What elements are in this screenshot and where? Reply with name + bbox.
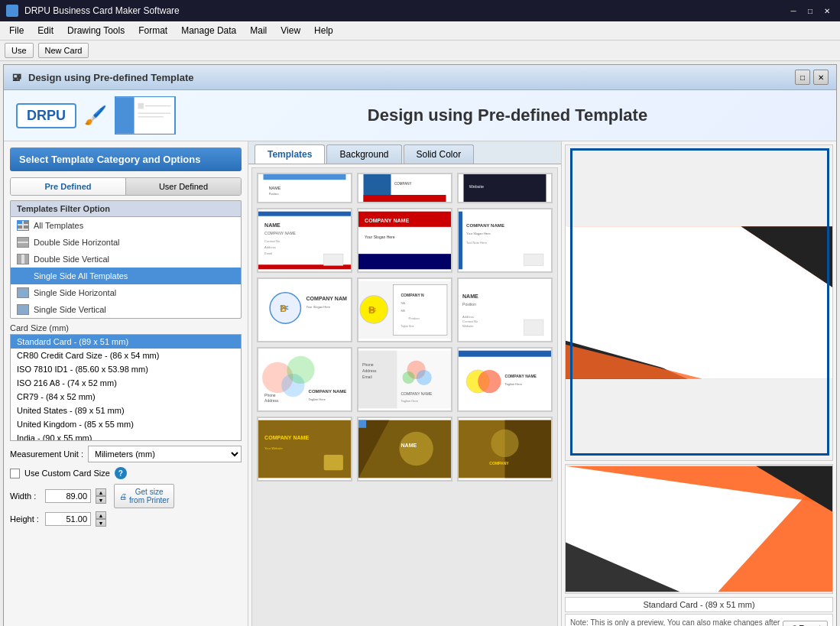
template-card-r5c1[interactable]: COMPANY NAME Your Website [257, 417, 352, 482]
filter-sh-label: Single Side Horizontal [34, 288, 116, 297]
dialog-restore-button[interactable]: □ [795, 70, 810, 85]
dialog-heading: Design using Pre-defined Template [176, 105, 824, 125]
svg-text:Website: Website [469, 184, 484, 189]
filter-header: Templates Filter Option [10, 200, 242, 216]
toolbar: Use New Card [0, 41, 840, 61]
paintbrush-icon: 🖌️ [84, 105, 107, 126]
filter-double-horiz[interactable]: Double Side Horizontal [11, 234, 241, 251]
size-item-cr79[interactable]: CR79 - (84 x 52 mm) [11, 390, 241, 404]
filter-all-templates[interactable]: All Templates [11, 217, 241, 234]
svg-rect-19 [264, 174, 346, 180]
template-card-r3c1[interactable]: ✂ B COMPANY NAM Your Slogan Here [257, 277, 352, 342]
template-card-r2c1[interactable]: NAME COMPANY NAME Contact No Address Ema… [257, 208, 352, 273]
svg-rect-17 [18, 305, 28, 314]
left-panel: Select Template Category and Options Pre… [4, 141, 248, 626]
select-header: Select Template Category and Options [10, 148, 242, 171]
menu-drawing-tools[interactable]: Drawing Tools [61, 23, 131, 38]
dialog-title-text: Design using Pre-defined Template [28, 72, 193, 83]
size-item-india[interactable]: India - (90 x 55 mm) [11, 431, 241, 441]
filter-dh-label: Double Side Horizontal [34, 238, 120, 247]
height-down[interactable]: ▼ [96, 519, 106, 527]
new-card-button[interactable]: New Card [38, 43, 89, 58]
svg-rect-24 [364, 195, 446, 202]
svg-text:Position: Position [409, 316, 420, 320]
menu-file[interactable]: File [3, 23, 30, 38]
svg-text:Your Website: Your Website [264, 446, 283, 450]
size-item-standard[interactable]: Standard Card - (89 x 51 mm) [11, 335, 241, 349]
width-input[interactable] [45, 489, 91, 503]
size-list[interactable]: Standard Card - (89 x 51 mm) CR80 Credit… [10, 334, 242, 441]
template-card-r5c2[interactable]: NAME [357, 417, 452, 482]
svg-text:Contact No: Contact No [462, 319, 478, 323]
tab-userdefined[interactable]: User Defined [126, 178, 241, 195]
size-item-uk[interactable]: United Kingdom - (85 x 55 mm) [11, 417, 241, 431]
template-card-r5c3[interactable]: COMPANY [457, 417, 553, 482]
size-item-id1[interactable]: ISO 7810 ID1 - (85.60 x 53.98 mm) [11, 362, 241, 376]
height-input[interactable] [45, 512, 91, 526]
help-tooltip-icon[interactable]: ? [115, 467, 127, 479]
menu-edit[interactable]: Edit [31, 23, 60, 38]
height-up[interactable]: ▲ [96, 511, 106, 519]
size-item-us[interactable]: United States - (89 x 51 mm) [11, 404, 241, 417]
width-down[interactable]: ▼ [96, 496, 106, 504]
tab-templates[interactable]: Templates [255, 144, 325, 164]
filter-single-all[interactable]: Single Side All Templates [11, 268, 241, 284]
menu-view[interactable]: View [274, 23, 306, 38]
tab-predefined[interactable]: Pre Defined [11, 178, 126, 195]
width-row: Width : ▲ ▼ 🖨 Get sizefrom Printer [10, 484, 242, 508]
size-item-a8[interactable]: ISO 216 A8 - (74 x 52 mm) [11, 376, 241, 390]
filter-double-vert[interactable]: Double Side Vertical [11, 251, 241, 268]
menu-mail[interactable]: Mail [244, 23, 273, 38]
preview-panel: Standard Card - (89 x 51 mm) Note: This … [561, 141, 836, 626]
svg-text:COMPANY NAME: COMPANY NAME [264, 435, 309, 440]
template-card-r1c2[interactable]: COMPANY [357, 173, 452, 203]
template-card-r2c3[interactable]: COMPANY NAME Your Slogan Here Tool Note … [457, 208, 553, 273]
menu-format[interactable]: Format [132, 23, 174, 38]
menu-help[interactable]: Help [308, 23, 339, 38]
template-card-r2c2[interactable]: COMPANY NAME Your Slogan Here [357, 208, 452, 273]
template-card-r4c1[interactable]: Phone Address COMPANY NAME Tagline Here [257, 347, 352, 412]
svg-text:Your Slogan Here: Your Slogan Here [306, 305, 331, 309]
tab-solid-color[interactable]: Solid Color [404, 144, 475, 164]
close-button[interactable]: ✕ [820, 4, 834, 18]
template-grid: NAME Position COMPANY Website [251, 167, 558, 626]
minimize-button[interactable]: ─ [786, 4, 800, 18]
preview-size-label: Standard Card - (89 x 51 mm) [565, 597, 833, 612]
card-size-section: Card Size (mm) Standard Card - (89 x 51 … [10, 323, 242, 441]
template-card-r1c1[interactable]: NAME Position [257, 173, 352, 203]
svg-text:NAME: NAME [462, 294, 478, 299]
title-bar: DRPU Business Card Maker Software ─ □ ✕ [0, 0, 840, 21]
svg-text:Tool Note Here: Tool Note Here [466, 241, 488, 245]
width-up[interactable]: ▲ [96, 488, 106, 496]
filter-single-horiz[interactable]: Single Side Horizontal [11, 284, 241, 301]
dialog-close-button[interactable]: ✕ [813, 70, 829, 85]
size-item-cr80[interactable]: CR80 Credit Card Size - (86 x 54 mm) [11, 349, 241, 362]
template-card-r3c2[interactable]: ✂ B COMPANY N NA ME Position Tagline Her… [357, 277, 452, 342]
use-button[interactable]: Use [5, 43, 34, 58]
filter-icon-all [17, 220, 29, 231]
custom-size-checkbox[interactable] [10, 469, 20, 478]
svg-rect-9 [18, 225, 22, 229]
svg-point-92 [478, 370, 501, 393]
filter-single-vert[interactable]: Single Side Vertical [11, 301, 241, 318]
template-card-r1c3[interactable]: Website [457, 173, 553, 203]
svg-point-86 [402, 371, 414, 384]
menu-manage-data[interactable]: Manage Data [175, 23, 242, 38]
tab-background[interactable]: Background [326, 144, 401, 164]
filter-list: All Templates Double Side Horizontal Dou… [10, 216, 242, 319]
svg-text:Position: Position [462, 302, 476, 307]
maximize-button[interactable]: □ [803, 4, 817, 18]
svg-text:Tagline Here: Tagline Here [401, 325, 414, 328]
preview-top [565, 144, 833, 461]
filter-icon-sh [17, 287, 29, 298]
svg-rect-1 [116, 97, 135, 134]
svg-text:Phone: Phone [264, 393, 276, 397]
get-size-button[interactable]: 🖨 Get sizefrom Printer [114, 484, 174, 508]
reset-button[interactable]: ↺ Reset [783, 621, 828, 627]
width-spinner: ▲ ▼ [96, 488, 106, 504]
template-card-r3c3[interactable]: NAME Position Address Contact No Website [457, 277, 553, 342]
filter-icon-sa [17, 271, 29, 281]
measurement-select[interactable]: Milimeters (mm) Inches (in) Pixels (px) [88, 446, 242, 462]
template-card-r4c3[interactable]: COMPANY NAME Tagline Here [457, 347, 553, 412]
template-card-r4c2[interactable]: Phone Address Email COMPANY NAME Tagline… [357, 347, 452, 412]
